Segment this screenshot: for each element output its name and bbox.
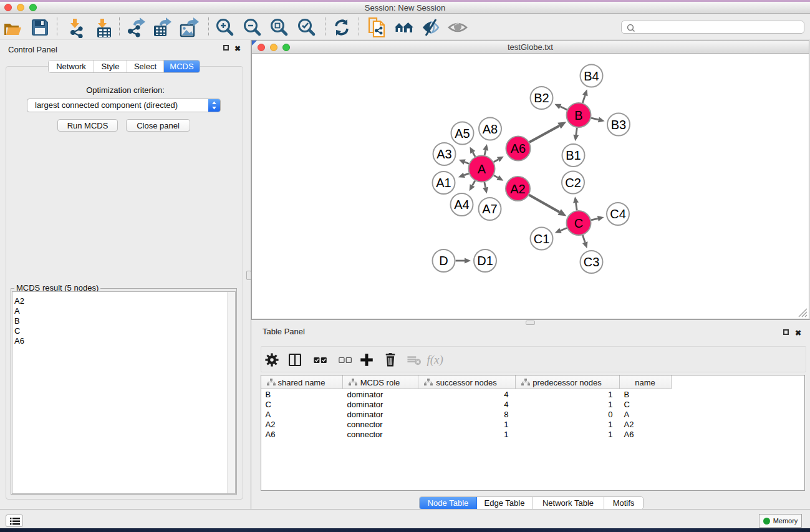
control-panel-float-icon[interactable] <box>223 45 229 51</box>
graph-edge[interactable] <box>485 150 486 155</box>
table-cell[interactable]: dominator <box>343 390 418 400</box>
tab-motifs[interactable]: Motifs <box>604 497 643 509</box>
task-history-button[interactable] <box>6 515 23 527</box>
table-cell[interactable]: dominator <box>343 400 418 410</box>
tab-style[interactable]: Style <box>94 60 127 72</box>
table-cell[interactable]: A <box>620 410 672 420</box>
import-table-icon[interactable] <box>92 17 113 38</box>
table-cell[interactable]: 1 <box>516 430 620 440</box>
first-neighbors-icon[interactable] <box>393 17 415 38</box>
close-panel-button[interactable]: Close panel <box>126 119 190 132</box>
table-cell[interactable]: connector <box>343 420 418 430</box>
table-cell[interactable]: A2 <box>261 420 343 430</box>
search-input[interactable] <box>637 22 801 32</box>
criterion-dropdown[interactable]: largest connected component (directed) <box>27 99 221 112</box>
table-cell[interactable]: C <box>261 400 343 410</box>
result-item[interactable]: A <box>12 306 235 316</box>
result-item[interactable]: A2 <box>12 296 235 306</box>
select-all-checkboxes-icon[interactable] <box>312 352 329 368</box>
control-panel-close-icon[interactable]: ✖ <box>234 45 241 52</box>
table-row[interactable]: Cdominator41C <box>261 400 672 410</box>
memory-button[interactable]: Memory <box>759 514 802 528</box>
show-all-icon[interactable] <box>447 17 468 38</box>
export-table-icon[interactable] <box>152 17 173 38</box>
table-cell[interactable]: 4 <box>418 390 516 400</box>
graph-edge[interactable] <box>582 235 585 243</box>
horizontal-splitter[interactable] <box>251 319 810 320</box>
result-item[interactable]: C <box>12 326 235 336</box>
graph-edge[interactable] <box>529 195 559 212</box>
graph-edge[interactable] <box>473 152 475 157</box>
duplicate-network-icon[interactable] <box>366 17 387 38</box>
table-cell[interactable]: B <box>620 390 672 400</box>
table-row[interactable]: A2connector11A2 <box>261 420 672 430</box>
graph-edge[interactable] <box>576 203 577 210</box>
graph-edge[interactable] <box>576 128 577 135</box>
table-cell[interactable]: A <box>261 410 343 420</box>
table-cell[interactable]: C <box>620 400 672 410</box>
graph-edge[interactable] <box>582 95 585 103</box>
table-cell[interactable]: 4 <box>418 400 516 410</box>
table-cell[interactable]: 1 <box>418 430 516 440</box>
graph-edge[interactable] <box>561 228 567 230</box>
graph-edge[interactable] <box>529 126 559 142</box>
run-mcds-button[interactable]: Run MCDS <box>57 119 118 132</box>
graph-edge[interactable] <box>560 107 567 110</box>
zoom-out-icon[interactable] <box>242 17 263 38</box>
hide-selected-icon[interactable] <box>420 17 441 38</box>
result-scrollbar[interactable] <box>227 292 235 493</box>
resize-grip-icon[interactable] <box>797 307 808 318</box>
column-header[interactable]: MCDS role <box>343 375 418 389</box>
tab-node-table[interactable]: Node Table <box>420 497 477 509</box>
table-cell[interactable]: dominator <box>343 410 418 420</box>
table-cell[interactable]: A6 <box>261 430 343 440</box>
horizontal-splitter-handle[interactable] <box>526 321 535 325</box>
column-header[interactable]: shared name <box>261 375 343 389</box>
refresh-icon[interactable] <box>331 17 352 38</box>
column-settings-icon[interactable] <box>264 352 280 368</box>
function-builder-icon[interactable]: f(x) <box>427 351 452 369</box>
table-cell[interactable]: A2 <box>620 420 672 430</box>
graph-edge[interactable] <box>591 118 599 120</box>
tab-select[interactable]: Select <box>127 60 164 72</box>
graph-edge[interactable] <box>473 181 475 186</box>
network-canvas[interactable]: AA6A2BCA5A8A3A1A4A7B2B4B3B1C2C4C1C3DD1 <box>252 54 809 319</box>
table-cell[interactable]: 1 <box>516 400 620 410</box>
delete-table-icon[interactable] <box>406 352 422 368</box>
vertical-splitter-handle[interactable] <box>246 271 251 280</box>
zoom-in-icon[interactable] <box>215 17 236 38</box>
open-session-icon[interactable] <box>2 17 23 38</box>
table-cell[interactable]: 0 <box>516 410 620 420</box>
table-panel-float-icon[interactable] <box>783 329 789 335</box>
table-cell[interactable]: 8 <box>418 410 516 420</box>
column-header[interactable]: predecessor nodes <box>516 375 620 389</box>
mcds-result-list[interactable]: A2ABCA6 <box>12 291 236 494</box>
table-cell[interactable]: 1 <box>516 390 620 400</box>
table-cell[interactable]: 1 <box>516 420 620 430</box>
result-item[interactable]: A6 <box>12 336 235 346</box>
table-row[interactable]: Adominator80A <box>261 410 672 420</box>
column-header[interactable]: name <box>620 375 672 389</box>
graph-edge[interactable] <box>485 182 486 188</box>
table-panel-close-icon[interactable]: ✖ <box>795 329 801 337</box>
save-session-icon[interactable] <box>29 17 51 38</box>
graph-edge[interactable] <box>465 162 469 164</box>
tab-mcds[interactable]: MCDS <box>164 60 200 72</box>
import-network-icon[interactable] <box>64 17 85 38</box>
network-window-titlebar[interactable]: testGlobe.txt <box>252 41 809 54</box>
table-row[interactable]: Bdominator41B <box>261 390 672 400</box>
graph-edge[interactable] <box>494 175 498 178</box>
graph-edge[interactable] <box>591 218 598 220</box>
table-cell[interactable]: connector <box>343 430 418 440</box>
tab-network[interactable]: Network <box>49 60 94 72</box>
delete-column-icon[interactable] <box>382 352 398 368</box>
result-item[interactable]: B <box>12 316 235 326</box>
clear-checkboxes-icon[interactable] <box>337 352 354 368</box>
zoom-fit-icon[interactable] <box>269 17 290 38</box>
export-network-icon[interactable] <box>126 17 147 38</box>
column-header[interactable]: successor nodes <box>418 375 516 389</box>
table-cell[interactable]: A6 <box>620 430 672 440</box>
graph-edge[interactable] <box>464 173 469 175</box>
export-image-icon[interactable] <box>178 17 200 38</box>
graph-edge[interactable] <box>494 160 498 162</box>
